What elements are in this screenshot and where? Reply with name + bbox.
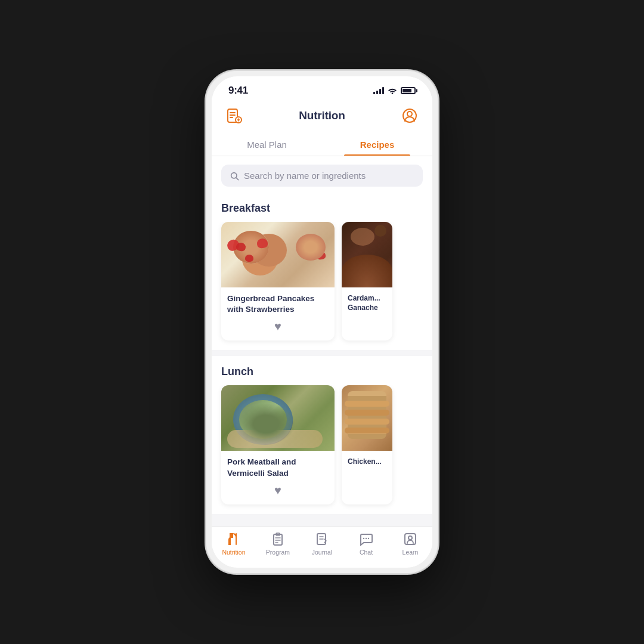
search-bar[interactable]: Search by name or ingredients xyxy=(221,165,423,187)
chicken-image xyxy=(342,385,392,451)
battery-icon xyxy=(401,87,416,94)
tab-recipes[interactable]: Recipes xyxy=(322,132,432,156)
recipes-scroll[interactable]: Breakfast xyxy=(212,193,432,527)
status-icons xyxy=(373,87,416,94)
chicken-info: Chicken... xyxy=(342,451,392,476)
cardamom-name: Cardam...Ganache xyxy=(348,293,386,312)
svg-point-8 xyxy=(407,112,412,116)
nav-journal-label: Journal xyxy=(312,549,332,556)
tab-bar: Meal Plan Recipes xyxy=(212,132,432,156)
breakfast-title: Breakfast xyxy=(212,193,432,222)
page-title: Nutrition xyxy=(299,109,345,122)
phone-frame: 9:41 xyxy=(206,70,438,574)
recipe-card-pancakes[interactable]: Gingerbread Pancakes with Strawberries ♥ xyxy=(221,222,335,340)
search-container: Search by name or ingredients xyxy=(212,156,432,193)
recipe-card-chicken[interactable]: Chicken... xyxy=(342,385,392,504)
status-time: 9:41 xyxy=(228,85,248,97)
nav-nutrition-label: Nutrition xyxy=(222,549,245,556)
svg-point-20 xyxy=(363,538,364,539)
recipe-list-icon[interactable] xyxy=(224,105,245,126)
bottom-nav: Nutrition Program J xyxy=(212,527,432,568)
cardamom-info: Cardam...Ganache xyxy=(342,287,392,322)
cardamom-image xyxy=(342,222,392,287)
main-content: Search by name or ingredients Breakfast xyxy=(212,156,432,527)
svg-point-21 xyxy=(366,538,367,539)
nav-chat-label: Chat xyxy=(360,549,373,556)
wifi-icon xyxy=(388,87,397,94)
svg-point-22 xyxy=(368,538,369,539)
signal-icon xyxy=(373,87,384,94)
recipe-card-cardamom[interactable]: Cardam...Ganache xyxy=(342,222,392,340)
salad-info: Pork Meatball and Vermicelli Salad ♥ xyxy=(221,451,335,504)
search-icon xyxy=(230,171,239,181)
clipboard-icon xyxy=(271,532,285,546)
nav-program-label: Program xyxy=(266,549,290,556)
nav-journal[interactable]: Journal xyxy=(300,532,344,556)
salad-name: Pork Meatball and Vermicelli Salad xyxy=(227,457,329,478)
status-bar: 9:41 xyxy=(212,76,432,100)
breakfast-section: Breakfast xyxy=(212,193,432,350)
lunch-recipes: Pork Meatball and Vermicelli Salad ♥ xyxy=(212,385,432,513)
pancakes-image xyxy=(221,222,335,287)
lunch-section: Lunch Pork Mea xyxy=(212,356,432,513)
recipe-card-salad[interactable]: Pork Meatball and Vermicelli Salad ♥ xyxy=(221,385,335,504)
pancakes-name: Gingerbread Pancakes with Strawberries xyxy=(227,293,329,315)
salad-favorite[interactable]: ♥ xyxy=(227,484,329,500)
breakfast-recipes: Gingerbread Pancakes with Strawberries ♥ xyxy=(212,222,432,350)
nav-learn[interactable]: Learn xyxy=(388,532,432,556)
nav-learn-label: Learn xyxy=(402,549,419,556)
nav-chat[interactable]: Chat xyxy=(344,532,388,556)
nav-program[interactable]: Program xyxy=(256,532,300,556)
app-header: Nutrition xyxy=(212,100,432,132)
pancakes-info: Gingerbread Pancakes with Strawberries ♥ xyxy=(221,287,335,340)
profile-icon[interactable] xyxy=(399,105,420,126)
salad-image xyxy=(221,385,335,451)
svg-point-24 xyxy=(408,536,412,540)
chicken-name: Chicken... xyxy=(348,457,386,466)
pancakes-favorite[interactable]: ♥ xyxy=(227,320,329,336)
phone-screen: 9:41 xyxy=(212,76,432,568)
learn-icon xyxy=(403,532,417,546)
lunch-title: Lunch xyxy=(212,356,432,385)
journal-icon xyxy=(315,532,329,546)
tab-meal-plan[interactable]: Meal Plan xyxy=(212,132,322,156)
svg-line-10 xyxy=(236,178,239,180)
utensils-icon xyxy=(227,532,241,546)
search-placeholder: Search by name or ingredients xyxy=(244,171,366,181)
chat-icon xyxy=(359,532,373,546)
nav-nutrition[interactable]: Nutrition xyxy=(212,532,256,556)
